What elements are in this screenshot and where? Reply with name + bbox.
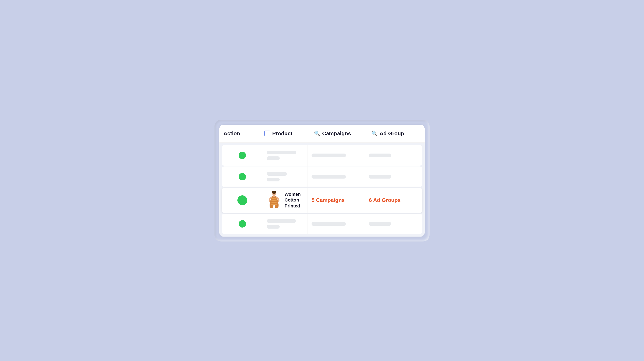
adgroup-label: Ad Group: [380, 130, 404, 137]
action-cell-1: [222, 145, 263, 166]
table-row: [222, 166, 422, 187]
header-product: Product: [260, 130, 310, 137]
action-cell-3: [222, 188, 263, 213]
campaigns-cell-2: [308, 166, 365, 187]
campaigns-cell-3[interactable]: 5 Campaigns: [308, 188, 365, 213]
campaigns-skeleton-1: [312, 154, 360, 157]
skeleton-bar: [267, 156, 280, 160]
skeleton-bar: [267, 178, 280, 181]
header-action: Action: [220, 130, 260, 137]
product-cell-3: Women Cotton Printed: [263, 188, 308, 213]
product-image: [267, 191, 281, 209]
adgroup-skeleton-1: [369, 154, 418, 157]
product-skeleton-2: [267, 172, 303, 181]
status-dot-3: [238, 195, 247, 205]
search-adgroup-icon[interactable]: 🔍: [371, 131, 378, 136]
adgroup-cell-3[interactable]: 6 Ad Groups: [365, 188, 422, 213]
skeleton-bar: [267, 225, 280, 229]
campaigns-skeleton-4: [312, 222, 360, 226]
campaigns-skeleton-2: [312, 175, 360, 179]
skeleton-bar: [312, 222, 346, 226]
outer-container: Action Product 🔍 Campaigns 🔍 Ad Group: [214, 120, 430, 241]
table-body: Women Cotton Printed 5 Campaigns 6 Ad Gr…: [220, 143, 424, 237]
product-cell-2: [263, 166, 308, 187]
table-row: [222, 214, 422, 234]
header-campaigns: 🔍 Campaigns: [310, 130, 367, 137]
skeleton-bar: [369, 222, 391, 226]
product-cell-1: [263, 145, 308, 166]
adgroup-cell-4: [365, 214, 422, 234]
product-skeleton-4: [267, 219, 303, 229]
table-row: [222, 145, 422, 166]
action-cell-4: [222, 214, 263, 234]
adgroup-count: 6 Ad Groups: [369, 197, 401, 203]
product-skeleton-1: [267, 151, 303, 160]
skeleton-bar: [267, 219, 296, 223]
campaigns-cell-4: [308, 214, 365, 234]
product-label: Product: [272, 130, 292, 137]
status-dot-1: [239, 152, 246, 159]
skeleton-bar: [267, 151, 296, 154]
campaigns-label: Campaigns: [322, 130, 351, 137]
table-wrapper: Action Product 🔍 Campaigns 🔍 Ad Group: [220, 125, 424, 237]
campaigns-count: 5 Campaigns: [312, 197, 345, 203]
product-name: Women Cotton Printed: [284, 191, 303, 209]
table-header: Action Product 🔍 Campaigns 🔍 Ad Group: [220, 125, 424, 143]
product-cell-4: [263, 214, 308, 234]
adgroup-skeleton-2: [369, 175, 418, 179]
adgroup-skeleton-4: [369, 222, 418, 226]
skeleton-bar: [312, 154, 346, 157]
action-label: Action: [224, 130, 240, 137]
skeleton-bar: [312, 175, 346, 179]
skeleton-bar: [267, 172, 287, 176]
status-dot-4: [239, 220, 246, 228]
campaigns-cell-1: [308, 145, 365, 166]
skeleton-bar: [369, 154, 391, 157]
search-campaigns-icon[interactable]: 🔍: [314, 131, 320, 136]
table-row-highlighted[interactable]: Women Cotton Printed 5 Campaigns 6 Ad Gr…: [222, 188, 422, 213]
action-cell-2: [222, 166, 263, 187]
skeleton-bar: [369, 175, 391, 179]
checkbox-icon[interactable]: [264, 131, 270, 136]
adgroup-cell-2: [365, 166, 422, 187]
status-dot-2: [239, 173, 246, 180]
header-adgroup: 🔍 Ad Group: [367, 130, 424, 137]
adgroup-cell-1: [365, 145, 422, 166]
svg-rect-2: [273, 195, 275, 197]
